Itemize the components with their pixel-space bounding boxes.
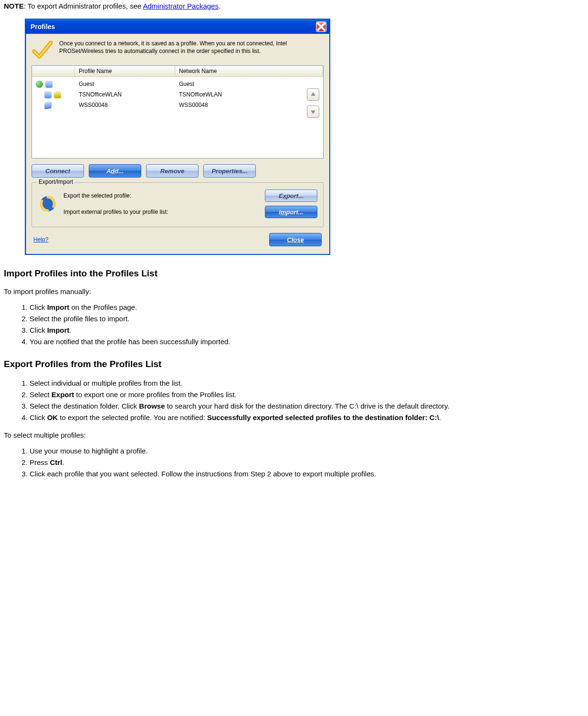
close-icon[interactable] [316, 21, 326, 32]
list-item: Select Export to export one or more prof… [30, 390, 584, 400]
cell-network: TSNOfficeWLAN [175, 91, 323, 98]
list-item: Press Ctrl. [30, 457, 584, 467]
dialog-title: Profiles [31, 23, 55, 31]
users-icon [44, 91, 52, 98]
note-text-after: . [219, 2, 220, 10]
dialog-screenshot: Profiles Once you connect to a network, … [4, 19, 584, 255]
checkmark-icon [32, 39, 52, 61]
multi-intro: To select multiple profiles: [4, 431, 584, 439]
cell-profile: WSS00048 [75, 102, 175, 108]
table-row[interactable]: WSS00048 WSS00048 [32, 100, 323, 110]
col-network-name[interactable]: Network Name [175, 66, 323, 76]
users-icon [45, 81, 52, 88]
dialog-intro-text: Once you connect to a network, it is sav… [59, 39, 324, 55]
import-steps: Click Import on the Profiles page. Selec… [4, 302, 584, 347]
export-import-group: Export/Import Export the selec [32, 182, 324, 227]
table-row[interactable]: Guest Guest [32, 79, 323, 89]
heading-export: Export Profiles from the Profiles List [4, 359, 584, 369]
move-up-button[interactable] [307, 88, 319, 101]
list-item: Click Import. [30, 325, 584, 335]
properties-button[interactable]: Properties... [203, 164, 256, 178]
note-line: NOTE: To export Administrator profiles, … [4, 2, 584, 10]
export-import-icon [38, 194, 58, 214]
group-title: Export/Import [37, 179, 75, 185]
help-link[interactable]: Help? [33, 236, 48, 243]
list-item: Select individual or multiple profiles f… [30, 378, 584, 388]
list-item: Click OK to export the selected profile.… [30, 412, 584, 422]
list-item: Use your mouse to highlight a profile. [30, 446, 584, 456]
export-button[interactable]: Export... [265, 190, 317, 202]
note-label: NOTE [4, 2, 24, 10]
list-header: Profile Name Network Name [32, 66, 323, 77]
col-profile-name[interactable]: Profile Name [75, 66, 175, 76]
import-button[interactable]: Import... [265, 206, 317, 218]
connect-button[interactable]: Connect [32, 164, 84, 178]
cell-profile: TSNOfficeWLAN [75, 91, 175, 98]
table-row[interactable]: TSNOfficeWLAN TSNOfficeWLAN [32, 89, 323, 100]
lock-icon [54, 91, 61, 98]
move-down-button[interactable] [307, 105, 319, 118]
card-icon [44, 101, 52, 109]
admin-packages-link[interactable]: Administrator Packages [143, 2, 219, 10]
multi-steps: Use your mouse to highlight a profile. P… [4, 446, 584, 479]
heading-import: Import Profiles into the Profiles List [4, 268, 584, 279]
remove-button[interactable]: Remove [146, 164, 199, 178]
import-label: Import external profiles to your profile… [63, 209, 168, 215]
close-button[interactable]: Close [269, 233, 322, 246]
globe-icon [36, 81, 43, 88]
export-steps: Select individual or multiple profiles f… [4, 378, 584, 422]
cell-network: Guest [175, 81, 323, 87]
profiles-dialog: Profiles Once you connect to a network, … [25, 19, 330, 255]
import-intro: To import profiles manually: [4, 287, 584, 295]
list-item: Select the profile files to import. [30, 314, 584, 324]
titlebar: Profiles [26, 20, 329, 34]
cell-profile: Guest [75, 81, 175, 87]
list-item: You are notified that the profile has be… [30, 337, 584, 347]
cell-network: WSS00048 [175, 102, 323, 108]
list-item: Select the destination folder. Click Bro… [30, 401, 584, 411]
list-item: Click each profile that you want selecte… [30, 469, 584, 479]
note-text-before: : To export Administrator profiles, see [24, 2, 143, 10]
list-item: Click Import on the Profiles page. [30, 302, 584, 312]
export-label: Export the selected profile: [63, 192, 131, 199]
profiles-listbox[interactable]: Profile Name Network Name Guest Guest [32, 65, 324, 158]
add-button[interactable]: Add... [89, 164, 141, 178]
